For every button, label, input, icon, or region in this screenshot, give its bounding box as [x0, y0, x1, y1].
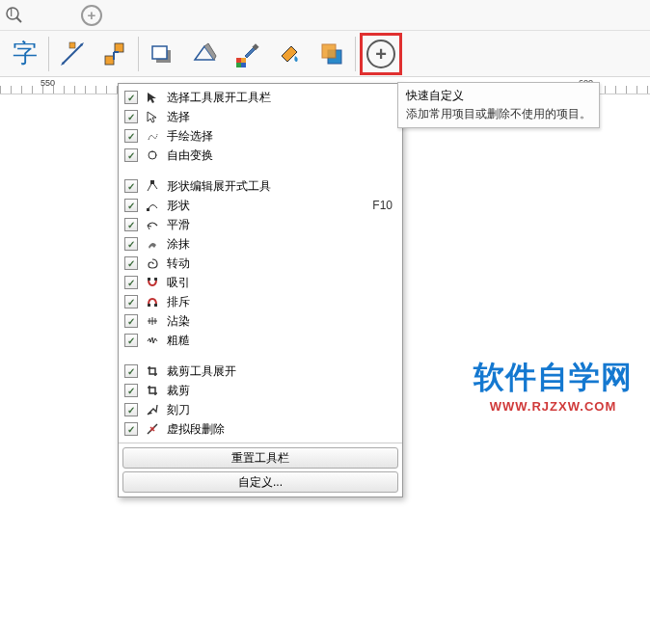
- customize-button[interactable]: 自定义...: [122, 471, 398, 493]
- list-item[interactable]: ✓形状编辑展开式工具: [121, 176, 400, 196]
- svg-rect-7: [115, 43, 123, 52]
- checkbox-icon[interactable]: ✓: [124, 314, 138, 328]
- connector-tool[interactable]: [94, 33, 136, 75]
- transparency-tool[interactable]: [311, 33, 353, 75]
- checkbox-icon[interactable]: ✓: [124, 384, 138, 397]
- checkbox-icon[interactable]: ✓: [124, 403, 138, 416]
- tooltip: 快速自定义 添加常用项目或删除不使用的项目。: [397, 82, 600, 128]
- checkbox-icon[interactable]: ✓: [124, 179, 138, 193]
- main-toolbar: 字 +: [0, 31, 650, 77]
- crop-icon: [144, 383, 161, 398]
- svg-rect-21: [150, 180, 154, 184]
- zoom-text-icon[interactable]: I: [4, 5, 25, 26]
- checkbox-icon[interactable]: ✓: [124, 422, 138, 436]
- svg-rect-26: [154, 304, 157, 307]
- separator: [121, 165, 400, 176]
- svg-line-1: [16, 17, 21, 22]
- dropdown-list[interactable]: ✓选择工具展开工具栏 ✓选择 ✓手绘选择 ✓自由变换 ✓形状编辑展开式工具 ✓形…: [119, 84, 402, 443]
- checkbox-icon[interactable]: ✓: [124, 364, 138, 378]
- svg-rect-14: [241, 58, 246, 63]
- list-item[interactable]: ✓沾染: [121, 311, 400, 331]
- dimension-tool[interactable]: [51, 33, 94, 75]
- separator: [48, 37, 49, 71]
- delete-segment-icon: [144, 421, 161, 437]
- list-item[interactable]: ✓裁剪: [121, 381, 400, 400]
- separator: [138, 37, 139, 71]
- crop-expand-icon: [144, 363, 161, 379]
- shape-icon: [144, 198, 161, 213]
- svg-rect-19: [322, 44, 336, 58]
- freehand-icon: [144, 128, 161, 144]
- twirl-icon: [144, 255, 161, 271]
- reset-toolbar-button[interactable]: 重置工具栏: [122, 447, 398, 469]
- fill-tool[interactable]: [268, 33, 311, 75]
- list-item[interactable]: ✓排斥: [121, 292, 400, 311]
- checkbox-icon[interactable]: ✓: [124, 276, 138, 289]
- list-item[interactable]: ✓吸引: [121, 273, 400, 292]
- list-item[interactable]: ✓手绘选择: [121, 126, 400, 146]
- list-item[interactable]: ✓选择: [121, 107, 400, 126]
- shape-edit-icon: [144, 178, 161, 194]
- add-icon[interactable]: +: [81, 5, 102, 26]
- list-item[interactable]: ✓刻刀: [121, 400, 400, 419]
- checkbox-icon[interactable]: ✓: [124, 218, 138, 231]
- list-item[interactable]: ✓选择工具展开工具栏: [121, 88, 400, 107]
- svg-rect-16: [241, 63, 246, 67]
- checkbox-icon[interactable]: ✓: [124, 148, 138, 162]
- top-toolbar: I +: [0, 0, 650, 31]
- checkbox-icon[interactable]: ✓: [124, 129, 138, 143]
- watermark-url: WWW.RJZXW.COM: [474, 399, 633, 414]
- smudge-icon: [144, 236, 161, 252]
- knife-icon: [144, 402, 161, 417]
- svg-rect-22: [147, 208, 149, 211]
- list-item[interactable]: ✓转动: [121, 254, 400, 273]
- extrude-tool[interactable]: [183, 33, 226, 75]
- transform-icon: [144, 148, 161, 163]
- repel-icon: [144, 294, 161, 309]
- separator: [121, 350, 400, 362]
- checkbox-icon[interactable]: ✓: [124, 256, 138, 270]
- list-item[interactable]: ✓虚拟段删除: [121, 419, 400, 439]
- checkbox-icon[interactable]: ✓: [124, 110, 138, 123]
- list-item[interactable]: ✓自由变换: [121, 146, 400, 165]
- list-item[interactable]: ✓形状F10: [121, 196, 400, 215]
- watermark-title: 软件自学网: [474, 357, 633, 399]
- dropdown-buttons: 重置工具栏 自定义...: [119, 443, 402, 496]
- svg-rect-15: [236, 63, 241, 67]
- list-item[interactable]: ✓裁剪工具展开: [121, 362, 400, 381]
- rough-icon: [144, 333, 161, 348]
- watermark: 软件自学网 WWW.RJZXW.COM: [474, 357, 633, 414]
- svg-rect-24: [154, 278, 157, 281]
- cursor-icon: [144, 90, 161, 105]
- svg-rect-6: [69, 42, 75, 48]
- list-item[interactable]: ✓涂抹: [121, 234, 400, 254]
- svg-rect-13: [236, 58, 241, 63]
- svg-rect-23: [148, 278, 150, 281]
- stain-icon: [144, 313, 161, 329]
- shadow-tool[interactable]: [141, 33, 183, 75]
- svg-rect-12: [152, 46, 167, 59]
- checkbox-icon[interactable]: ✓: [124, 334, 138, 347]
- list-item[interactable]: ✓粗糙: [121, 331, 400, 350]
- checkbox-icon[interactable]: ✓: [124, 295, 138, 309]
- cursor-icon: [144, 109, 161, 124]
- svg-rect-8: [105, 56, 114, 65]
- checkbox-icon[interactable]: ✓: [124, 237, 138, 251]
- svg-rect-25: [148, 304, 150, 307]
- color-eyedropper-tool[interactable]: [226, 33, 268, 75]
- list-item[interactable]: ✓平滑: [121, 215, 400, 234]
- tooltip-title: 快速自定义: [406, 88, 591, 104]
- checkbox-icon[interactable]: ✓: [124, 91, 138, 104]
- text-tool[interactable]: 字: [4, 33, 46, 75]
- svg-text:I: I: [10, 6, 13, 19]
- attract-icon: [144, 275, 161, 290]
- separator: [355, 37, 356, 71]
- svg-point-20: [149, 151, 156, 159]
- quick-customize-button[interactable]: +: [360, 33, 402, 75]
- smooth-icon: [144, 217, 161, 232]
- tooltip-desc: 添加常用项目或删除不使用的项目。: [406, 106, 591, 122]
- customize-dropdown: ✓选择工具展开工具栏 ✓选择 ✓手绘选择 ✓自由变换 ✓形状编辑展开式工具 ✓形…: [118, 83, 403, 497]
- checkbox-icon[interactable]: ✓: [124, 199, 138, 212]
